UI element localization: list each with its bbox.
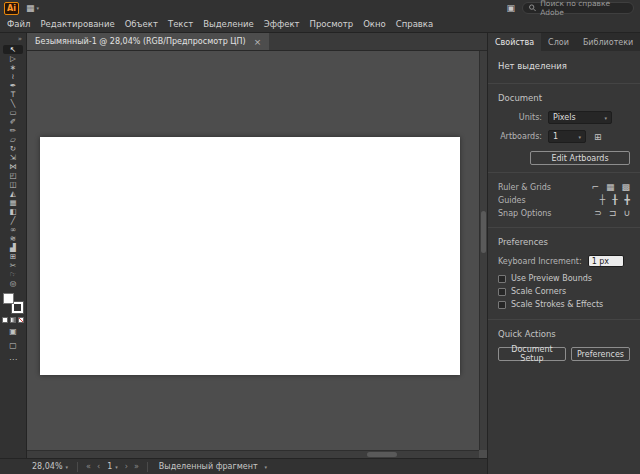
gradient-tool[interactable]: ◧ — [4, 207, 22, 216]
close-tab-icon[interactable]: × — [254, 37, 262, 47]
menu-select[interactable]: Выделение — [198, 19, 259, 29]
checkbox-box[interactable] — [498, 275, 506, 283]
menu-help[interactable]: Справка — [391, 19, 438, 29]
document-setup-button[interactable]: Document Setup — [498, 347, 566, 361]
artboard-number-dropdown[interactable]: 1 ▾ — [105, 462, 120, 471]
snap-to-point-icon[interactable]: ⊐ — [609, 208, 617, 218]
units-row: Units: Pixels ▾ — [498, 111, 630, 124]
hand-tool[interactable]: ☞ — [4, 270, 22, 279]
first-artboard-button[interactable]: « — [85, 462, 92, 471]
collapse-toolbar-button[interactable]: » — [18, 34, 26, 45]
menu-edit[interactable]: Редактирование — [35, 19, 119, 29]
show-guides-icon[interactable]: ┼ — [600, 195, 605, 205]
drawing-mode-button[interactable]: ▣ — [4, 325, 22, 337]
menu-view[interactable]: Просмотр — [305, 19, 359, 29]
transparency-grid-icon[interactable]: ▩ — [621, 182, 630, 192]
checkbox-box[interactable] — [498, 288, 506, 296]
grid-icon[interactable]: ▦ — [606, 182, 615, 192]
scale-strokes-effects-checkbox[interactable]: Scale Strokes & Effects — [498, 300, 630, 309]
mesh-tool[interactable]: ▦ — [4, 198, 22, 207]
direct-selection-tool[interactable]: ▷ — [4, 54, 22, 63]
color-button[interactable] — [2, 317, 8, 323]
width-tool[interactable]: ⋈ — [4, 162, 22, 171]
quick-actions-row: Document SetupPreferences — [498, 347, 630, 361]
fill-stroke-control[interactable] — [3, 293, 23, 313]
type-tool[interactable]: T — [4, 90, 22, 99]
magic-wand-tool[interactable]: ∗ — [4, 63, 22, 72]
edit-artboards-button[interactable]: Edit Artboards — [530, 151, 630, 165]
prev-artboard-button[interactable]: ‹ — [96, 462, 101, 471]
horizontal-scrollbar[interactable] — [27, 450, 479, 458]
scale-corners-checkbox[interactable]: Scale Corners — [498, 287, 630, 296]
snap-options-buttons: ⊃⊐∪ — [594, 208, 630, 218]
artboard-options-icon[interactable]: ⊞ — [594, 132, 602, 142]
checkbox-box[interactable] — [498, 301, 506, 309]
selection-tool[interactable]: ↖ — [3, 45, 23, 54]
artboard-tool[interactable]: ⊞ — [4, 252, 22, 261]
scale-tool[interactable]: ⇲ — [4, 153, 22, 162]
status-display-dropdown[interactable]: Выделенный фрагмент — [159, 462, 258, 471]
eraser-tool[interactable]: ▱ — [4, 135, 22, 144]
document-tab-title: Безымянный-1 @ 28,04% (RGB/Предпросмотр … — [35, 37, 246, 46]
keyboard-increment-input[interactable]: 1 px — [588, 255, 624, 267]
canvas[interactable] — [27, 51, 487, 458]
gradient-button[interactable] — [10, 317, 16, 323]
next-artboard-button[interactable]: › — [124, 462, 129, 471]
shape-builder-tool[interactable]: ◫ — [4, 180, 22, 189]
ruler-grids-label: Ruler & Grids — [498, 183, 551, 192]
preferences-button[interactable]: Preferences — [571, 347, 630, 361]
symbol-sprayer-tool[interactable]: ≋ — [4, 234, 22, 243]
panel-tab-properties[interactable]: Свойства — [488, 33, 541, 51]
paintbrush-tool[interactable]: ✐ — [4, 117, 22, 126]
vertical-scrollbar-thumb[interactable] — [481, 211, 486, 253]
menu-object[interactable]: Объект — [120, 19, 163, 29]
artboards-value: 1 — [553, 132, 558, 141]
edit-toolbar-button[interactable]: ⋯ — [4, 353, 22, 365]
fill-color-swatch[interactable] — [3, 293, 14, 304]
snap-to-grid-icon[interactable]: ⊃ — [594, 208, 602, 218]
guides-row: Guides┼╂╋ — [498, 195, 630, 205]
menu-effect[interactable]: Эффект — [259, 19, 305, 29]
help-search-input[interactable]: Поиск по справке Adobe — [522, 2, 634, 14]
line-segment-tool[interactable]: ╲ — [4, 99, 22, 108]
rotate-tool[interactable]: ↻ — [4, 144, 22, 153]
free-transform-tool[interactable]: ◰ — [4, 171, 22, 180]
units-dropdown[interactable]: Pixels ▾ — [548, 111, 612, 124]
use-preview-bounds-checkbox[interactable]: Use Preview Bounds — [498, 274, 630, 283]
vertical-scrollbar[interactable] — [479, 51, 487, 450]
last-artboard-button[interactable]: » — [133, 462, 140, 471]
search-icon — [529, 4, 536, 12]
eyedropper-tool[interactable]: ╱ — [4, 216, 22, 225]
lock-guides-icon[interactable]: ╂ — [612, 195, 617, 205]
statusbar: 28,04% ▾ « ‹ 1 ▾ › » Выделенный фрагмент… — [0, 458, 487, 474]
lasso-tool[interactable]: ≀ — [4, 72, 22, 81]
perspective-grid-tool[interactable]: ◭ — [4, 189, 22, 198]
smart-guides-icon[interactable]: ╋ — [625, 195, 630, 205]
corner-ruler-icon[interactable]: ⌐ — [591, 182, 599, 192]
menu-file[interactable]: Файл — [2, 19, 35, 29]
search-placeholder: Поиск по справке Adobe — [540, 0, 627, 17]
workspace-switcher[interactable]: ▦ ▾ — [26, 3, 39, 13]
panel-tab-layers[interactable]: Слои — [541, 33, 576, 51]
artboards-label: Artboards: — [498, 132, 542, 141]
no-selection-label: Нет выделения — [498, 57, 630, 77]
screen-mode-button[interactable]: ▢ — [4, 339, 22, 351]
artboards-dropdown[interactable]: 1 ▾ — [548, 130, 586, 143]
zoom-tool[interactable]: ◎ — [4, 279, 22, 288]
zoom-level-dropdown[interactable]: 28,04% ▾ — [30, 462, 70, 471]
layout-icon[interactable]: ▣ — [506, 3, 515, 13]
slice-tool[interactable]: ✂ — [4, 261, 22, 270]
document-tab[interactable]: Безымянный-1 @ 28,04% (RGB/Предпросмотр … — [27, 33, 269, 50]
panel-tab-libraries[interactable]: Библиотеки — [576, 33, 640, 51]
illustrator-logo-icon: Ai — [4, 2, 19, 15]
pencil-tool[interactable]: ✏ — [4, 126, 22, 135]
menu-window[interactable]: Окно — [358, 19, 391, 29]
column-graph-tool[interactable]: ▟ — [4, 243, 22, 252]
snap-to-pixel-icon[interactable]: ∪ — [623, 208, 630, 218]
none-button[interactable] — [18, 317, 24, 323]
horizontal-scrollbar-thumb[interactable] — [367, 452, 397, 457]
menu-type[interactable]: Текст — [163, 19, 198, 29]
rectangle-tool[interactable]: ▭ — [4, 108, 22, 117]
blend-tool[interactable]: ∞ — [4, 225, 22, 234]
pen-tool[interactable]: ✒ — [4, 81, 22, 90]
